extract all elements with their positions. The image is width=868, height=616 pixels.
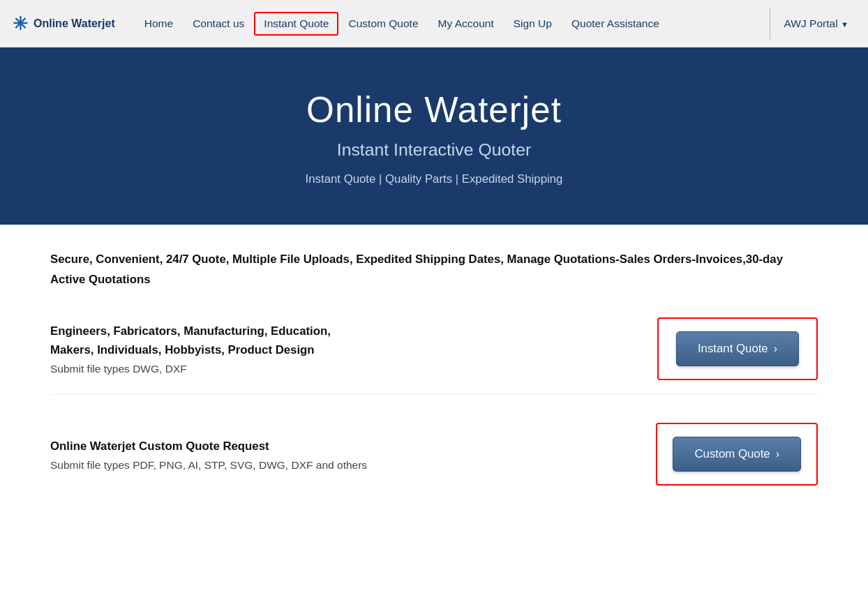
section-divider bbox=[50, 394, 818, 395]
intro-text: Secure, Convenient, 24/7 Quote, Multiple… bbox=[50, 250, 818, 290]
nav-divider bbox=[770, 8, 770, 39]
hero-features: Instant Quote | Quality Parts | Expedite… bbox=[14, 172, 854, 186]
main-content: Secure, Convenient, 24/7 Quote, Multiple… bbox=[22, 225, 846, 541]
navigation: ✳ Online Waterjet Home Contact us Instan… bbox=[0, 0, 868, 47]
brand-logo[interactable]: ✳ Online Waterjet bbox=[13, 13, 115, 34]
hero-section: Online Waterjet Instant Interactive Quot… bbox=[0, 47, 868, 225]
hero-title: Online Waterjet bbox=[14, 89, 854, 130]
chevron-right-icon: › bbox=[776, 448, 779, 460]
nav-awj-portal[interactable]: AWJ Portal ▼ bbox=[777, 12, 855, 36]
nav-right: AWJ Portal ▼ bbox=[777, 12, 855, 36]
custom-quote-row: Online Waterjet Custom Quote Request Sub… bbox=[50, 423, 818, 486]
nav-my-account[interactable]: My Account bbox=[428, 12, 504, 36]
instant-quote-btn-area: Instant Quote › bbox=[657, 317, 818, 380]
instant-quote-button[interactable]: Instant Quote › bbox=[676, 331, 799, 366]
brand-name: Online Waterjet bbox=[33, 17, 115, 30]
custom-quote-button[interactable]: Custom Quote › bbox=[673, 437, 801, 472]
nav-quoter-assistance[interactable]: Quoter Assistance bbox=[562, 12, 669, 36]
custom-quote-title: Online Waterjet Custom Quote Request bbox=[50, 437, 441, 456]
chevron-right-icon: › bbox=[774, 343, 777, 355]
instant-quote-content: Engineers, Fabricators, Manufacturing, E… bbox=[50, 322, 441, 375]
nav-instant-quote[interactable]: Instant Quote bbox=[254, 12, 338, 36]
nav-custom-quote[interactable]: Custom Quote bbox=[338, 12, 428, 36]
instant-quote-title: Engineers, Fabricators, Manufacturing, E… bbox=[50, 322, 441, 360]
snowflake-icon: ✳ bbox=[13, 13, 28, 34]
nav-sign-up[interactable]: Sign Up bbox=[504, 12, 562, 36]
custom-quote-subtitle: Submit file types PDF, PNG, AI, STP, SVG… bbox=[50, 459, 441, 472]
nav-contact-us[interactable]: Contact us bbox=[183, 12, 254, 36]
hero-subtitle: Instant Interactive Quoter bbox=[14, 140, 854, 160]
custom-quote-content: Online Waterjet Custom Quote Request Sub… bbox=[50, 437, 441, 472]
custom-quote-btn-area: Custom Quote › bbox=[656, 423, 818, 486]
nav-links: Home Contact us Instant Quote Custom Quo… bbox=[135, 12, 763, 36]
nav-home[interactable]: Home bbox=[135, 12, 183, 36]
instant-quote-row: Engineers, Fabricators, Manufacturing, E… bbox=[50, 317, 818, 380]
instant-quote-subtitle: Submit file types DWG, DXF bbox=[50, 363, 441, 375]
dropdown-arrow-icon: ▼ bbox=[841, 20, 848, 29]
